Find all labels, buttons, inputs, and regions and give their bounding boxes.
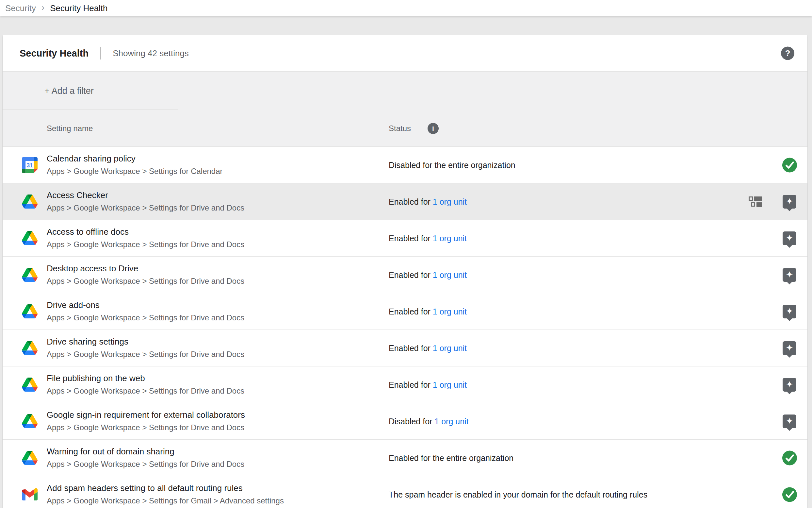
status-text: Enabled for — [389, 343, 433, 352]
drive-icon — [21, 340, 38, 356]
table-row[interactable]: Drive add-ons Apps > Google Workspace > … — [3, 293, 807, 330]
setting-title: Calendar sharing policy — [47, 154, 223, 164]
watchlist-flag-icon[interactable]: ✦ — [781, 378, 798, 392]
setting-status: Disabled for 1 org unit — [389, 417, 469, 426]
status-text: The spam header is enabled in your domai… — [389, 490, 648, 499]
settings-count: Showing 42 settings — [113, 48, 189, 58]
setting-name-cell: Drive sharing settings Apps > Google Wor… — [47, 337, 251, 359]
status-text: Enabled for — [389, 197, 433, 206]
setting-name-cell: Desktop access to Drive Apps > Google Wo… — [47, 264, 251, 286]
status-text: Enabled for — [389, 307, 433, 316]
table-row[interactable]: Warning for out of domain sharing Apps >… — [3, 440, 807, 476]
status-text: Enabled for — [389, 380, 433, 389]
setting-title: Access Checker — [47, 190, 244, 200]
setting-status: Enabled for 1 org unit — [389, 307, 467, 316]
setting-path: Apps > Google Workspace > Settings for D… — [47, 350, 244, 359]
org-unit-link[interactable]: 1 org unit — [433, 197, 467, 206]
column-header-setting-name: Setting name — [47, 124, 93, 133]
setting-name-cell: Google sign-in requirement for external … — [47, 410, 251, 432]
status-text: Disabled for the entire organization — [389, 160, 515, 169]
breadcrumb-parent-link[interactable]: Security — [5, 3, 36, 13]
setting-title: Warning for out of domain sharing — [47, 447, 244, 457]
setting-status: Enabled for 1 org unit — [389, 380, 467, 389]
setting-title: Google sign-in requirement for external … — [47, 410, 245, 420]
calendar-icon: 31 — [21, 157, 38, 173]
org-unit-link[interactable]: 1 org unit — [434, 417, 468, 426]
setting-status: The spam header is enabled in your domai… — [389, 490, 648, 499]
column-header-status: Status — [389, 124, 411, 133]
setting-title: Desktop access to Drive — [47, 264, 244, 273]
watchlist-flag-icon[interactable]: ✦ — [781, 231, 798, 245]
status-info-icon[interactable]: i — [428, 123, 439, 134]
setting-title: Drive sharing settings — [47, 337, 244, 347]
setting-status: Enabled for 1 org unit — [389, 270, 467, 280]
setting-name-cell: Calendar sharing policy Apps > Google Wo… — [47, 154, 229, 176]
breadcrumb-current: Security Health — [50, 3, 107, 13]
setting-path: Apps > Google Workspace > Settings for D… — [47, 423, 245, 432]
table-row[interactable]: Access Checker Apps > Google Workspace >… — [3, 183, 807, 220]
drive-icon — [21, 230, 38, 247]
page-background: Security Health Showing 42 settings ? + … — [0, 16, 812, 508]
setting-path: Apps > Google Workspace > Settings for D… — [47, 460, 244, 469]
status-ok-icon — [781, 157, 798, 173]
table-row[interactable]: Drive sharing settings Apps > Google Wor… — [3, 330, 807, 367]
filter-icon[interactable] — [18, 88, 31, 94]
security-health-card: Security Health Showing 42 settings ? + … — [3, 35, 807, 508]
add-filter-button[interactable]: + Add a filter — [44, 86, 94, 96]
watchlist-flag-icon[interactable]: ✦ — [781, 305, 798, 319]
gmail-icon — [21, 486, 38, 503]
org-unit-link[interactable]: 1 org unit — [433, 234, 467, 243]
drive-icon — [21, 303, 38, 320]
setting-status: Enabled for 1 org unit — [389, 197, 467, 206]
org-unit-link[interactable]: 1 org unit — [433, 270, 467, 279]
setting-status: Enabled for 1 org unit — [389, 343, 467, 353]
table-row[interactable]: File publishing on the web Apps > Google… — [3, 367, 807, 403]
status-text: Enabled for — [389, 270, 433, 279]
title-divider — [100, 47, 101, 59]
status-text: Disabled for — [389, 417, 434, 426]
setting-name-cell: Access Checker Apps > Google Workspace >… — [47, 190, 251, 212]
card-header: Security Health Showing 42 settings ? — [3, 35, 807, 72]
org-unit-link[interactable]: 1 org unit — [433, 380, 467, 389]
status-text: Enabled for — [389, 234, 433, 243]
table-row[interactable]: Google sign-in requirement for external … — [3, 403, 807, 440]
setting-name-cell: Add spam headers setting to all default … — [47, 483, 290, 505]
breadcrumb: Security › Security Health — [0, 0, 812, 16]
drive-icon — [21, 194, 38, 210]
table-header: Setting name Status i — [3, 110, 807, 147]
setting-path: Apps > Google Workspace > Settings for D… — [47, 277, 244, 286]
setting-name-cell: Access to offline docs Apps > Google Wor… — [47, 227, 251, 249]
setting-path: Apps > Google Workspace > Settings for D… — [47, 313, 244, 322]
setting-path: Apps > Google Workspace > Settings for C… — [47, 167, 223, 176]
org-unit-link[interactable]: 1 org unit — [433, 307, 467, 316]
setting-path: Apps > Google Workspace > Settings for D… — [47, 386, 244, 395]
drive-icon — [21, 377, 38, 393]
setting-title: Add spam headers setting to all default … — [47, 483, 284, 493]
status-text: Enabled for the entire organization — [389, 453, 514, 462]
table-row[interactable]: Access to offline docs Apps > Google Wor… — [3, 220, 807, 257]
watchlist-flag-icon[interactable]: ✦ — [781, 268, 798, 282]
filter-bar: + Add a filter — [3, 72, 807, 110]
setting-path: Apps > Google Workspace > Settings for G… — [47, 496, 284, 505]
setting-path: Apps > Google Workspace > Settings for D… — [47, 203, 244, 212]
watchlist-flag-icon[interactable]: ✦ — [781, 415, 798, 428]
drive-icon — [21, 267, 38, 283]
settings-table-body: 31 Calendar sharing policy Apps > Google… — [3, 147, 807, 508]
setting-status: Enabled for the entire organization — [389, 453, 514, 463]
setting-name-cell: Warning for out of domain sharing Apps >… — [47, 447, 251, 469]
table-row[interactable]: Add spam headers setting to all default … — [3, 476, 807, 508]
table-row[interactable]: 31 Calendar sharing policy Apps > Google… — [3, 147, 807, 183]
table-row[interactable]: Desktop access to Drive Apps > Google Wo… — [3, 257, 807, 293]
drive-icon — [21, 450, 38, 466]
setting-path: Apps > Google Workspace > Settings for D… — [47, 240, 244, 249]
org-unit-link[interactable]: 1 org unit — [433, 343, 467, 352]
status-ok-icon — [781, 450, 798, 466]
setting-title: File publishing on the web — [47, 374, 244, 383]
status-ok-icon — [781, 487, 798, 502]
help-icon[interactable]: ? — [781, 47, 794, 60]
svg-text:31: 31 — [27, 162, 33, 168]
watchlist-flag-icon[interactable]: ✦ — [781, 195, 798, 209]
setting-name-cell: File publishing on the web Apps > Google… — [47, 374, 251, 395]
watchlist-flag-icon[interactable]: ✦ — [781, 341, 798, 355]
setting-title: Access to offline docs — [47, 227, 244, 237]
